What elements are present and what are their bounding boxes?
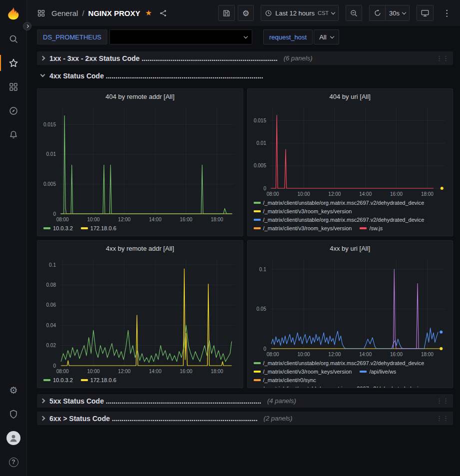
row-header-5xx[interactable]: 5xx Status Code ........................…	[37, 394, 453, 408]
svg-text:14:00: 14:00	[359, 191, 372, 197]
tv-mode-button[interactable]	[417, 5, 434, 21]
panel-grid: 404 by remote addr [All] 00.0050.010.015…	[37, 88, 453, 388]
sidebar-nav	[0, 27, 26, 147]
row-title: 6xx > Status Code ......................…	[49, 415, 258, 423]
legend: 10.0.3.2172.18.0.6	[37, 224, 243, 236]
panel-title[interactable]: 4xx by remote addr [All]	[37, 241, 243, 256]
svg-text:0.01: 0.01	[256, 140, 266, 146]
search-icon	[8, 34, 18, 44]
sidebar-item-alerting[interactable]	[0, 123, 27, 147]
panel-title[interactable]: 404 by remote addr [All]	[37, 89, 243, 104]
legend-swatch	[360, 371, 367, 373]
panel-4xx-by-uri: 4xx by uri [All] 00.050.108:0010:0012:00…	[247, 240, 454, 388]
chevron-right-icon	[25, 24, 29, 28]
legend-item[interactable]: /_matrix/client/unstable/org.matrix.msc2…	[254, 385, 425, 388]
row-header-6xx[interactable]: 6xx > Status Code ......................…	[37, 412, 453, 425]
time-series-plot[interactable]: 00.0050.010.01508:0010:0012:0014:0016:00…	[37, 104, 243, 224]
legend-item[interactable]: 10.0.3.2	[43, 377, 73, 384]
breadcrumb-folder[interactable]: General	[51, 9, 78, 17]
favorite-star-icon[interactable]: ★	[145, 8, 152, 17]
clock-icon	[265, 9, 272, 17]
legend-label: /_matrix/client/unstable/org.matrix.msc2…	[263, 360, 425, 367]
legend-item[interactable]: /_matrix/client/v3/room_keys/version	[254, 368, 352, 375]
sidebar-item-starred[interactable]	[0, 51, 27, 75]
legend: /_matrix/client/unstable/org.matrix.msc2…	[248, 359, 453, 388]
sidebar-bottom: ⚙ ?	[0, 378, 26, 476]
legend-item[interactable]: 10.0.3.2	[43, 225, 73, 232]
main-area: General / NGINX PROXY ★	[27, 0, 460, 476]
legend-swatch	[254, 362, 261, 364]
legend-swatch	[43, 379, 50, 381]
panel-404-by-remote-addr: 404 by remote addr [All] 00.0050.010.015…	[37, 88, 243, 236]
drag-handle-icon[interactable]: ⋮⋮	[436, 399, 449, 404]
legend-item[interactable]: /_matrix/client/unstable/org.matrix.msc2…	[254, 199, 425, 206]
legend-item[interactable]: /sw.js	[360, 225, 383, 232]
request-host-select[interactable]: All	[314, 29, 339, 44]
avatar	[6, 431, 20, 445]
legend-item[interactable]: /api/live/ws	[360, 368, 396, 375]
grafana-logo[interactable]	[0, 0, 26, 27]
more-options-button[interactable]: ⋮	[441, 8, 453, 18]
sidebar-expand-button[interactable]	[23, 22, 31, 30]
drag-handle-icon[interactable]: ⋮⋮	[436, 416, 449, 421]
time-range-picker[interactable]: Last 12 hours CST	[261, 5, 339, 21]
svg-text:18:00: 18:00	[421, 191, 433, 197]
save-dashboard-button[interactable]	[218, 5, 235, 21]
svg-text:0.015: 0.015	[43, 122, 56, 127]
kebab-icon: ⋮	[443, 8, 451, 18]
legend-item[interactable]: 172.18.0.6	[81, 377, 116, 384]
datasource-select[interactable]	[109, 29, 252, 44]
row-header-1xx-3xx-2xx[interactable]: 1xx - 3xx - 2xx Status Code ............…	[37, 51, 453, 65]
sidebar-item-explore[interactable]	[0, 99, 27, 123]
sidebar-item-settings[interactable]: ⚙	[0, 378, 27, 402]
sidebar-item-dashboards[interactable]	[0, 75, 27, 99]
legend-item[interactable]: 172.18.0.6	[81, 225, 116, 232]
legend-label: /_matrix/client/v3/room_keys/version	[263, 208, 352, 215]
time-series-plot[interactable]: 00.0050.010.01508:0010:0012:0014:0016:00…	[248, 104, 453, 198]
refresh-icon	[374, 9, 382, 17]
panel-title[interactable]: 4xx by uri [All]	[248, 241, 453, 256]
dashboard-canvas: 1xx - 3xx - 2xx Status Code ............…	[27, 48, 460, 476]
time-range-label: Last 12 hours	[275, 9, 315, 17]
breadcrumb: General / NGINX PROXY ★	[37, 8, 167, 17]
sidebar-item-server-admin[interactable]	[0, 402, 27, 426]
time-series-plot[interactable]: 00.020.040.060.080.108:0010:0012:0014:00…	[37, 256, 243, 376]
refresh-interval-select[interactable]: 30s	[385, 5, 410, 21]
legend-item[interactable]: /_matrix/client/v3/room_keys/version	[254, 208, 352, 215]
sidebar-item-search[interactable]	[0, 27, 27, 51]
svg-text:14:00: 14:00	[149, 369, 161, 374]
row-title: 5xx Status Code ........................…	[49, 397, 261, 405]
svg-text:0: 0	[53, 363, 56, 369]
svg-text:0.08: 0.08	[46, 282, 56, 288]
sidebar-item-help[interactable]: ?	[0, 450, 27, 474]
svg-text:0: 0	[263, 346, 266, 352]
drag-handle-icon[interactable]: ⋮⋮	[436, 56, 449, 61]
sidebar: ⚙ ?	[0, 0, 27, 476]
gear-icon: ⚙	[9, 385, 17, 396]
svg-text:08:00: 08:00	[56, 369, 69, 374]
monitor-icon	[421, 8, 430, 17]
dashboard-title[interactable]: NGINX PROXY	[88, 9, 140, 17]
time-series-plot[interactable]: 00.050.108:0010:0012:0014:0016:0018:00	[248, 256, 453, 359]
sidebar-item-profile[interactable]	[0, 426, 27, 450]
svg-text:18:00: 18:00	[421, 352, 433, 357]
zoom-out-button[interactable]	[346, 5, 362, 21]
bell-icon	[8, 130, 18, 140]
row-panel-count: (6 panels)	[284, 54, 313, 62]
legend-item[interactable]: /_matrix/client/v3/room_keys/version	[254, 225, 352, 232]
panel-title[interactable]: 404 by uri [All]	[248, 89, 453, 104]
svg-text:12:00: 12:00	[118, 217, 130, 222]
share-icon[interactable]	[159, 9, 167, 17]
svg-text:0.04: 0.04	[46, 323, 56, 328]
legend-swatch	[81, 379, 88, 381]
svg-text:12:00: 12:00	[328, 352, 341, 357]
dashboard-settings-button[interactable]: ⚙	[238, 5, 254, 21]
compass-icon	[8, 106, 18, 116]
legend-item[interactable]: /_matrix/client/unstable/org.matrix.msc2…	[254, 216, 425, 223]
legend-item[interactable]: /_matrix/client/unstable/org.matrix.msc2…	[254, 360, 425, 367]
legend-label: /_matrix/client/v3/room_keys/version	[263, 225, 352, 232]
legend: /_matrix/client/unstable/org.matrix.msc2…	[248, 198, 453, 236]
refresh-button[interactable]	[369, 5, 385, 21]
row-header-4xx[interactable]: 4xx Status Code ........................…	[37, 69, 453, 82]
legend-item[interactable]: /_matrix/client/r0/sync	[254, 377, 316, 384]
